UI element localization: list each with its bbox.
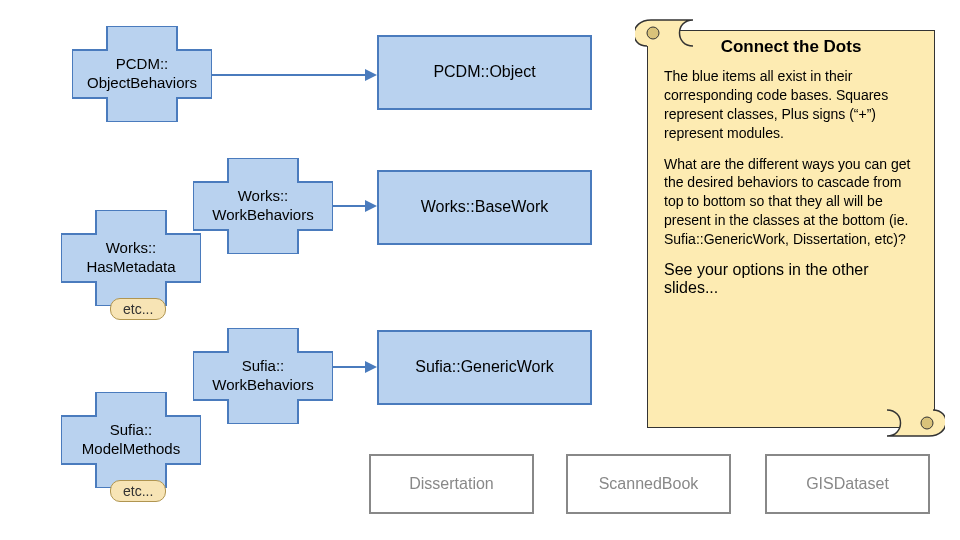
module-label: Works:: WorkBehaviors: [193, 158, 333, 254]
module-label: Sufia:: WorkBehaviors: [193, 328, 333, 424]
arrow-icon: [333, 196, 377, 216]
class-label: Works::BaseWork: [421, 197, 548, 218]
class-works-basework: Works::BaseWork: [377, 170, 592, 245]
class-label: GISDataset: [806, 474, 889, 495]
scroll-panel: Connect the Dots The blue items all exis…: [635, 18, 945, 438]
svg-marker-5: [365, 361, 377, 373]
class-gisdataset: GISDataset: [765, 454, 930, 514]
module-label: PCDM:: ObjectBehaviors: [72, 26, 212, 122]
class-label: PCDM::Object: [433, 62, 535, 83]
module-pcdm-objectbehaviors: PCDM:: ObjectBehaviors: [72, 26, 212, 122]
scroll-text: The blue items all exist in their corres…: [648, 67, 934, 249]
module-works-hasmetadata: Works:: HasMetadata: [61, 210, 201, 306]
class-pcdm-object: PCDM::Object: [377, 35, 592, 110]
arrow-icon: [212, 65, 377, 85]
svg-marker-3: [365, 200, 377, 212]
etc-badge: etc...: [110, 298, 166, 320]
class-label: Sufia::GenericWork: [415, 357, 553, 378]
class-sufia-genericwork: Sufia::GenericWork: [377, 330, 592, 405]
svg-point-7: [921, 417, 933, 429]
svg-point-6: [647, 27, 659, 39]
module-works-workbehaviors: Works:: WorkBehaviors: [193, 158, 333, 254]
class-scannedbook: ScannedBook: [566, 454, 731, 514]
diagram-canvas: PCDM:: ObjectBehaviors Works:: WorkBehav…: [0, 0, 960, 540]
class-label: ScannedBook: [599, 474, 699, 495]
scroll-cta: See your options in the other slides...: [648, 261, 934, 297]
module-label: Works:: HasMetadata: [61, 210, 201, 306]
module-sufia-modelmethods: Sufia:: ModelMethods: [61, 392, 201, 488]
module-sufia-workbehaviors: Sufia:: WorkBehaviors: [193, 328, 333, 424]
arrow-icon: [333, 357, 377, 377]
etc-badge: etc...: [110, 480, 166, 502]
svg-marker-1: [365, 69, 377, 81]
class-dissertation: Dissertation: [369, 454, 534, 514]
module-label: Sufia:: ModelMethods: [61, 392, 201, 488]
scroll-curl-icon: [885, 408, 945, 438]
scroll-curl-icon: [635, 18, 695, 48]
class-label: Dissertation: [409, 474, 493, 495]
